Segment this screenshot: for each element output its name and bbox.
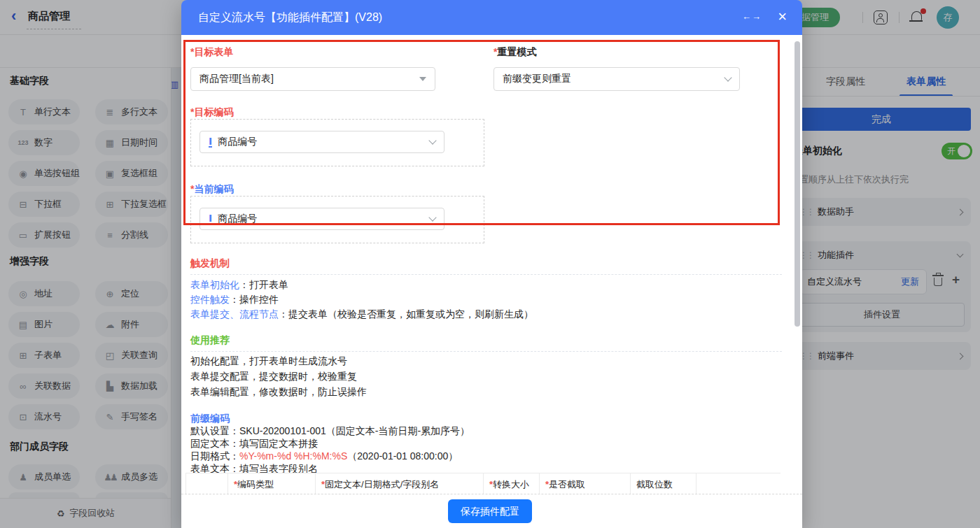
section-divider	[190, 351, 782, 352]
chevron-down-icon	[724, 73, 732, 81]
target-code-container: Ⅰ商品编号	[190, 119, 484, 166]
table-header-code-type: *编码类型	[227, 473, 315, 494]
save-plugin-config-button[interactable]: 保存插件配置	[448, 499, 532, 523]
footer-divider	[181, 494, 802, 494]
target-form-select[interactable]: 商品管理[当前表]	[190, 67, 435, 91]
table-header-truncate: *是否截取	[539, 473, 630, 494]
text-field-icon: Ⅰ	[209, 214, 212, 224]
app-root: ‹ 商品管理 数据管理 存 ⊘ 表单外链 ⊠ 后端脚本 ▥ 预览 保存 → 基础…	[0, 0, 980, 528]
trigger-heading: 触发机制	[190, 257, 230, 270]
modal-scrollbar[interactable]	[794, 41, 800, 327]
text-field-icon: Ⅰ	[209, 137, 212, 148]
usage-line: 表单编辑配置，修改数据时，防止误操作	[190, 386, 367, 399]
modal-header: 自定义流水号【功能插件配置】(V28) ←→ ×	[181, 0, 802, 35]
trigger-line: 表单提交、流程节点：提交表单（校验是否重复，如重复或为空，则刷新生成）	[190, 308, 533, 321]
table-header-case-convert: *转换大小	[483, 473, 539, 494]
modal-body: *目标表单 商品管理[当前表] *重置模式 前缀变更则重置 *目标编码 Ⅰ商品编…	[181, 35, 802, 528]
chevron-down-icon	[428, 213, 436, 221]
prefix-line: 默认设置：SKU-20200101-001（固定文本-当前日期-累加序号）	[190, 425, 470, 438]
close-icon[interactable]: ×	[778, 8, 787, 26]
target-code-label: *目标编码	[190, 106, 233, 119]
code-config-table: *编码类型 *固定文本/日期格式/字段别名 *转换大小 *是否截取 截取位数	[186, 473, 780, 494]
prefix-heading: 前缀编码	[190, 413, 230, 425]
section-divider	[190, 274, 782, 275]
current-code-label: *当前编码	[190, 183, 233, 196]
table-header-fixed-text: *固定文本/日期格式/字段别名	[315, 473, 483, 494]
trigger-line: 控件触发：操作控件	[190, 294, 279, 306]
target-form-label: *目标表单	[190, 46, 233, 59]
current-code-container: Ⅰ商品编号	[190, 196, 484, 243]
target-code-select[interactable]: Ⅰ商品编号	[200, 131, 444, 153]
modal-title: 自定义流水号【功能插件配置】(V28)	[198, 10, 382, 25]
trigger-line: 表单初始化：打开表单	[190, 279, 288, 292]
current-code-select[interactable]: Ⅰ商品编号	[200, 208, 444, 230]
table-header-truncate-digits: 截取位数	[630, 473, 696, 494]
reset-mode-select[interactable]: 前缀变更则重置	[493, 67, 740, 91]
usage-line: 表单提交配置，提交数据时，校验重复	[190, 371, 357, 383]
chevron-down-icon	[428, 136, 436, 144]
triangle-down-icon	[419, 77, 426, 81]
reset-mode-label: *重置模式	[493, 46, 536, 59]
prefix-line: 日期格式：%Y-%m-%d %H:%M:%S（2020-01-01 08:00:…	[190, 450, 458, 463]
usage-line: 初始化配置，打开表单时生成流水号	[190, 355, 347, 368]
usage-heading: 使用推荐	[190, 334, 230, 347]
table-header-empty	[186, 473, 227, 494]
prefix-line: 固定文本：填写固定文本拼接	[190, 438, 318, 450]
plugin-config-modal: 自定义流水号【功能插件配置】(V28) ←→ × *目标表单 商品管理[当前表]…	[181, 0, 802, 528]
expand-icon[interactable]: ←→	[742, 11, 762, 22]
